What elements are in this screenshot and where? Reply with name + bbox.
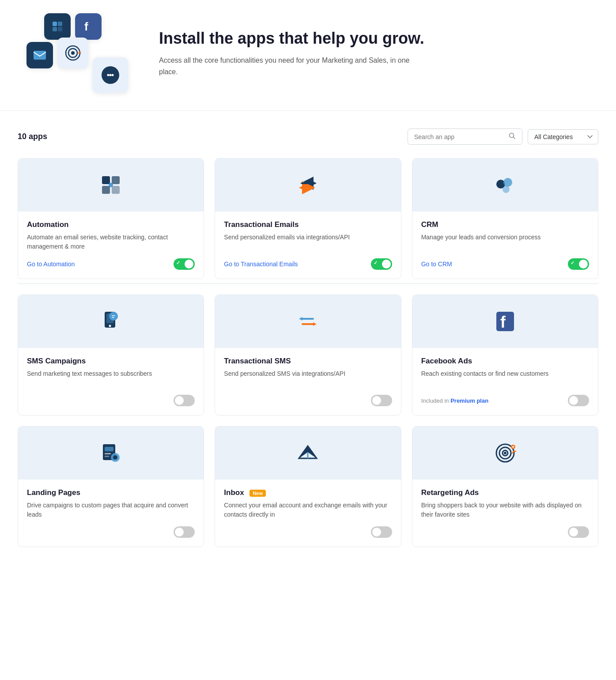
toggle-inbox[interactable] [371,526,392,538]
svg-point-27 [503,186,510,193]
apps-count: 10 apps [18,132,47,141]
app-card-title-crm: CRM [421,220,589,229]
app-card-sms-campaigns: SMS Campaigns Send marketing text messag… [18,295,204,416]
search-filter: All Categories Email SMS Ads CRM Automat… [408,128,598,145]
app-card-image-transactional-emails [215,159,401,212]
app-card-desc-landing-pages: Drive campaigns to custom pages that acq… [27,501,195,519]
hero-icon-email [26,42,53,68]
app-card-title-inbox: Inbox New [224,488,392,497]
svg-point-12 [110,74,112,76]
app-card-body-inbox: Inbox New Connect your email account and… [215,480,401,547]
svg-rect-19 [112,186,120,194]
category-select[interactable]: All Categories Email SMS Ads CRM Automat… [528,129,598,144]
search-box-container [408,128,522,145]
app-card-image-facebook-ads: f [412,295,598,348]
svg-marker-36 [313,322,317,326]
svg-rect-16 [102,176,110,184]
toggle-landing-pages[interactable] [174,526,195,538]
search-input[interactable] [414,133,505,140]
app-card-landing-pages: Landing Pages Drive campaigns to custom … [18,426,204,547]
toggle-crm[interactable] [568,258,589,270]
hero-icons: f [18,9,141,97]
hero-icon-automation [44,13,71,40]
premium-plan-label: Premium plan [450,397,488,404]
svg-rect-41 [105,453,111,454]
toggle-transactional-emails[interactable] [371,258,392,270]
svg-rect-40 [105,447,113,451]
app-link-crm[interactable]: Go to CRM [421,261,452,268]
toggle-automation[interactable] [174,258,195,270]
app-card-image-landing-pages [18,427,204,480]
svg-text:f: f [84,20,88,33]
app-card-desc-crm: Manage your leads and conversion process [421,233,589,251]
svg-rect-42 [105,456,109,457]
toggle-sms-campaigns[interactable] [174,395,195,406]
toggle-transactional-sms[interactable] [371,395,392,406]
svg-marker-24 [299,186,302,189]
app-card-body-transactional-sms: Transactional SMS Send personalized SMS … [215,348,401,415]
app-card-body-transactional-emails: Transactional Emails Send personalized e… [215,212,401,279]
app-card-retargeting-ads: Retargeting Ads Bring shoppers back to y… [412,426,598,547]
app-card-footer-inbox [224,526,392,538]
app-card-image-inbox [215,427,401,480]
app-card-desc-retargeting-ads: Bring shoppers back to your website with… [421,501,589,519]
svg-rect-5 [34,51,46,60]
app-card-title-sms-campaigns: SMS Campaigns [27,357,195,366]
search-button[interactable] [509,132,516,141]
app-card-body-crm: CRM Manage your leads and conversion pro… [412,212,598,279]
apps-grid-row3: Landing Pages Drive campaigns to custom … [18,426,598,547]
toggle-retargeting-ads[interactable] [568,526,589,538]
hero-title: Install the apps that help you grow. [159,29,598,48]
app-card-body-facebook-ads: Facebook Ads Reach existing contacts or … [412,348,598,415]
app-card-transactional-sms: Transactional SMS Send personalized SMS … [215,295,401,416]
apps-grid-row2: SMS Campaigns Send marketing text messag… [18,295,598,416]
app-card-footer-facebook-ads: Included in Premium plan [421,395,589,406]
app-card-title-landing-pages: Landing Pages [27,488,195,497]
app-card-inbox: Inbox New Connect your email account and… [215,426,401,547]
svg-point-44 [113,455,117,460]
app-card-desc-transactional-sms: Send personalized SMS via integrations/A… [224,369,392,388]
toggle-facebook-ads[interactable] [568,395,589,406]
app-link-transactional-emails[interactable]: Go to Transactional Emails [224,261,298,268]
svg-point-30 [109,325,111,327]
app-card-footer-landing-pages [27,526,195,538]
app-card-footer-retargeting-ads [421,526,589,538]
app-card-automation: Automation Automate an email series, web… [18,158,204,279]
svg-rect-2 [53,27,57,31]
app-card-image-sms-campaigns [18,295,204,348]
hero-section: f [0,0,616,111]
app-card-title-transactional-emails: Transactional Emails [224,220,392,229]
apps-section: 10 apps All Categories Email SMS Ads CRM… [0,111,616,565]
svg-point-11 [107,74,110,76]
app-card-desc-automation: Automate an email series, website tracki… [27,233,195,251]
hero-text: Install the apps that help you grow. Acc… [159,29,598,77]
svg-text:f: f [500,313,506,331]
app-card-crm: CRM Manage your leads and conversion pro… [412,158,598,279]
app-card-title-automation: Automation [27,220,195,229]
svg-rect-3 [58,27,62,31]
svg-point-20 [109,183,113,187]
app-card-title-retargeting-ads: Retargeting Ads [421,488,589,497]
app-card-image-automation [18,159,204,212]
app-card-body-landing-pages: Landing Pages Drive campaigns to custom … [18,480,204,547]
app-card-image-retargeting-ads [412,427,598,480]
svg-rect-17 [112,176,120,184]
svg-point-8 [71,51,75,55]
hero-icon-target [57,38,88,68]
app-card-desc-inbox: Connect your email account and exchange … [224,501,392,519]
svg-point-13 [112,74,114,76]
app-card-image-crm [412,159,598,212]
app-link-automation[interactable]: Go to Automation [27,261,75,268]
app-card-title-facebook-ads: Facebook Ads [421,357,589,366]
app-card-footer-sms-campaigns [27,395,195,406]
premium-label-facebook-ads: Included in Premium plan [421,397,488,404]
app-card-footer-automation: Go to Automation [27,258,195,270]
hero-description: Access all the core functionalities you … [159,55,424,77]
app-card-facebook-ads: f Facebook Ads Reach existing contacts o… [412,295,598,416]
app-card-image-transactional-sms [215,295,401,348]
inbox-new-badge: New [249,490,266,497]
apps-grid-row1: Automation Automate an email series, web… [18,158,598,279]
app-card-body-sms-campaigns: SMS Campaigns Send marketing text messag… [18,348,204,415]
app-card-body-retargeting-ads: Retargeting Ads Bring shoppers back to y… [412,480,598,547]
hero-icon-chat [93,57,128,93]
